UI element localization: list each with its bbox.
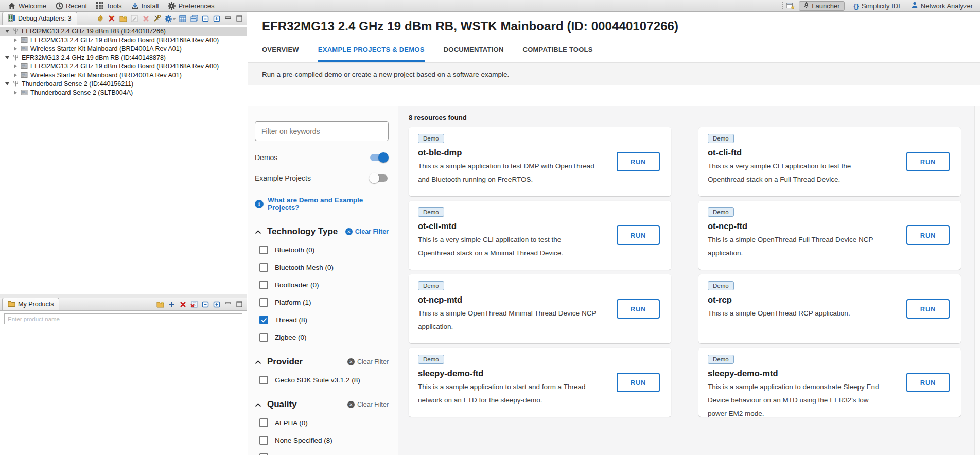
expander-icon[interactable] (5, 82, 9, 85)
tree-row-kit-440148878[interactable]: EFR32MG13 2.4 GHz 19 dBm RB (ID:44014887… (0, 53, 247, 62)
run-button[interactable]: RUN (617, 373, 660, 392)
rename-icon[interactable] (130, 14, 138, 23)
filter-option-bootloader[interactable]: Bootloader (0) (255, 281, 389, 289)
chevron-up-icon[interactable] (255, 357, 261, 366)
tree-row-radio-board-2[interactable]: EFR32MG13 2.4 GHz 19 dBm Radio Board (BR… (0, 62, 247, 71)
clear-filter-provider[interactable]: ✕ Clear Filter (347, 358, 389, 365)
run-button[interactable]: RUN (906, 225, 950, 245)
checkbox-checked[interactable] (259, 316, 268, 324)
run-button[interactable]: RUN (617, 225, 660, 245)
demos-toggle[interactable] (370, 154, 388, 161)
perspective-network-analyzer[interactable]: Network Analyzer (907, 1, 977, 11)
checkbox-unchecked[interactable] (259, 333, 268, 342)
filter-option-gecko-sdk[interactable]: Gecko SDK Suite v3.1.2 (8) (255, 376, 389, 384)
tree-row-thunderboard-kit[interactable]: Thunderboard Sense 2 (ID:440156211) (0, 79, 247, 88)
tree-row-mainboard-1[interactable]: Wireless Starter Kit Mainboard (BRD4001A… (0, 44, 247, 53)
clear-filter-technology[interactable]: ✕ Clear Filter (345, 228, 389, 235)
filter-option-zigbee[interactable]: Zigbee (0) (255, 333, 389, 342)
maximize-icon[interactable] (235, 300, 243, 308)
disconnect-icon[interactable] (108, 14, 116, 23)
example-projects-toggle[interactable] (370, 174, 388, 182)
checkbox-unchecked[interactable] (259, 376, 268, 384)
minimize-icon[interactable] (224, 14, 232, 23)
remove-product-icon[interactable] (179, 300, 187, 308)
expander-icon[interactable] (14, 64, 17, 68)
delete-icon[interactable] (142, 14, 150, 23)
expander-icon[interactable] (5, 56, 9, 59)
expander-icon[interactable] (14, 73, 17, 77)
product-name-input[interactable] (4, 313, 242, 324)
adapter-tools-icon[interactable] (153, 14, 161, 23)
what-are-demos-link[interactable]: What are Demo and Example Projects? (268, 196, 389, 212)
expand-all-icon[interactable] (213, 300, 221, 308)
filter-option-none-specified[interactable]: None Specified (8) (255, 436, 389, 445)
debug-adapters-header: Debug Adapters: 3 (0, 12, 247, 25)
clear-circle-icon: ✕ (345, 228, 353, 235)
expander-icon[interactable] (5, 30, 9, 33)
tab-overview[interactable]: OVERVIEW (262, 46, 299, 62)
run-button[interactable]: RUN (617, 299, 660, 319)
checkbox-unchecked[interactable] (259, 281, 268, 289)
filter-option-bluetooth-mesh[interactable]: Bluetooth Mesh (0) (255, 263, 389, 272)
tools-button[interactable]: Tools (92, 0, 126, 11)
run-button[interactable]: RUN (906, 373, 950, 392)
person-icon (911, 2, 918, 10)
demo-badge: Demo (418, 355, 444, 364)
minimize-icon[interactable] (224, 300, 232, 308)
clear-filter-quality[interactable]: ✕ Clear Filter (347, 401, 389, 408)
perspective-launcher[interactable]: Launcher (799, 1, 844, 11)
collapse-all-icon[interactable] (201, 300, 209, 308)
expand-all-icon[interactable] (213, 14, 221, 23)
preferences-button[interactable]: Preferences (163, 0, 219, 11)
tab-documentation[interactable]: DOCUMENTATION (444, 46, 504, 62)
add-product-icon[interactable] (167, 300, 176, 308)
tab-compatible-tools[interactable]: COMPATIBLE TOOLS (523, 46, 593, 62)
run-button[interactable]: RUN (617, 152, 660, 171)
checkbox-unchecked[interactable] (259, 436, 268, 445)
welcome-button[interactable]: Welcome (3, 0, 51, 11)
tree-row-radio-board-1[interactable]: EFR32MG13 2.4 GHz 19 dBm Radio Board (BR… (0, 36, 247, 44)
install-button[interactable]: Install (127, 0, 164, 11)
rocket-icon (803, 2, 809, 10)
run-button[interactable]: RUN (906, 152, 950, 171)
checkbox-unchecked[interactable] (259, 263, 268, 272)
vertical-scrollbar[interactable] (974, 106, 980, 455)
debug-adapters-tab[interactable]: Debug Adapters: 3 (2, 12, 77, 25)
debug-adapters-view: Debug Adapters: 3 E (0, 12, 247, 294)
checkbox-unchecked[interactable] (259, 418, 268, 427)
tree-row-kit-440107266[interactable]: EFR32MG13 2.4 GHz 19 dBm RB (ID:44010726… (0, 27, 247, 36)
perspective-simplicity-ide[interactable]: {} Simplicity IDE (850, 1, 907, 11)
collapse-all-icon[interactable] (201, 14, 209, 23)
connect-icon[interactable] (96, 14, 104, 23)
my-products-tab[interactable]: My Products (2, 297, 59, 310)
board-icon (21, 72, 28, 78)
keyword-filter-input[interactable] (255, 121, 389, 141)
run-button[interactable]: RUN (906, 299, 950, 319)
expander-icon[interactable] (14, 47, 17, 51)
tree-row-thunderboard-board[interactable]: Thunderboard Sense 2 (SLTB004A) (0, 88, 247, 97)
checkbox-unchecked[interactable] (259, 246, 268, 254)
main-toolbar: Welcome Recent Tools Install Preferences… (0, 0, 980, 12)
info-icon: i (255, 200, 264, 208)
new-folder-icon[interactable] (156, 300, 164, 308)
expander-icon[interactable] (14, 91, 17, 95)
new-folder-icon[interactable] (119, 14, 127, 23)
filter-option-thread[interactable]: Thread (8) (255, 316, 389, 324)
filter-option-bluetooth[interactable]: Bluetooth (0) (255, 246, 389, 254)
checkbox-unchecked[interactable] (259, 298, 268, 307)
chevron-up-icon[interactable] (255, 400, 261, 409)
maximize-icon[interactable] (235, 14, 243, 23)
open-perspective-button[interactable] (786, 2, 795, 10)
tab-example-projects-demos[interactable]: EXAMPLE PROJECTS & DEMOS (318, 46, 425, 62)
table-view-icon[interactable] (179, 14, 187, 23)
copy-view-icon[interactable] (190, 14, 198, 23)
my-products-view: My Products (0, 297, 247, 455)
filter-option-platform[interactable]: Platform (1) (255, 298, 389, 307)
tree-row-mainboard-2[interactable]: Wireless Starter Kit Mainboard (BRD4001A… (0, 71, 247, 79)
remove-all-icon[interactable] (190, 300, 198, 308)
gear-menu-icon[interactable] (164, 14, 176, 23)
filter-option-alpha[interactable]: ALPHA (0) (255, 418, 389, 427)
chevron-up-icon[interactable] (255, 227, 261, 236)
recent-button[interactable]: Recent (51, 0, 92, 11)
expander-icon[interactable] (14, 38, 17, 42)
